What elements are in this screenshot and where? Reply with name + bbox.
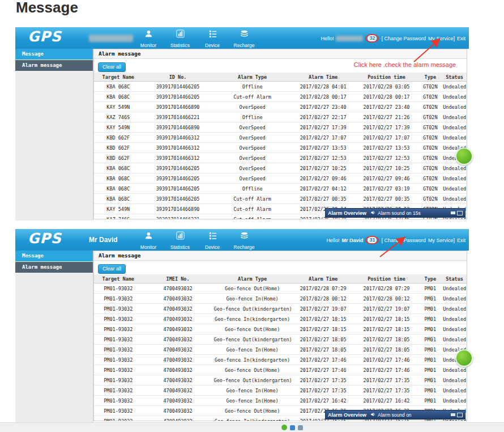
- plugin-icon[interactable]: [290, 425, 295, 430]
- my-service-link[interactable]: My Service]: [428, 238, 455, 243]
- alarm-cell: 4700493032: [143, 396, 213, 406]
- exit-link[interactable]: Exit: [457, 238, 465, 243]
- alarm-row[interactable]: PM01-930324700493032Geo-fence Out(kinder…: [94, 304, 467, 314]
- overview-collapse-icon[interactable]: [451, 211, 455, 214]
- alarm-cell: Cut-off Alarm: [213, 194, 292, 204]
- statistics-chart-icon: [164, 29, 197, 39]
- alarm-cell: 2017/02/27 18:15: [292, 324, 355, 334]
- alarm-cell: PM01-93032: [94, 416, 143, 422]
- alarm-row[interactable]: KAY 549N393917014466890OverSpeed2017/02/…: [94, 122, 467, 133]
- alarm-cell: 393917014466205: [143, 194, 213, 204]
- alarm-cell: 2017/02/27 16:42: [292, 396, 355, 406]
- alarm-row[interactable]: KBA 068C393917014466205Cut-off Alarm2017…: [94, 194, 467, 204]
- sidebar-item-message[interactable]: Message: [15, 49, 93, 60]
- alarm-cell: 2017/02/28 00:17: [355, 92, 418, 102]
- alarm-cell: PM01-93032: [94, 396, 143, 406]
- column-header: Alarm Time: [292, 274, 355, 283]
- alarm-row[interactable]: PM01-930324700493032Geo-fence Out(Home)2…: [94, 324, 467, 334]
- alarm-cell: GT02N: [418, 92, 442, 102]
- clear-all-button[interactable]: Clear all: [98, 62, 126, 72]
- device-list-icon: [196, 231, 229, 241]
- nav-recharge[interactable]: Recharge: [228, 29, 260, 49]
- alarm-cell: 2017/02/27 04:12: [292, 184, 355, 194]
- alarm-row[interactable]: KBA 068C393917014466205Cut-off Alarm2017…: [94, 92, 467, 102]
- alarm-cell: 2017/02/28 04:01: [292, 82, 355, 92]
- alarm-row[interactable]: KBA 068C393917014466205OverSpeed2017/02/…: [94, 163, 467, 173]
- sidebar-item-message[interactable]: Message: [15, 251, 93, 261]
- nav-statistics[interactable]: Statistics: [164, 231, 197, 251]
- recharge-coins-icon: [228, 231, 260, 241]
- alarm-row[interactable]: KBD 662F393917014466312OverSpeed2017/02/…: [94, 133, 467, 143]
- chat-icon[interactable]: [281, 425, 287, 430]
- hello-text: Hello!: [326, 238, 339, 243]
- alarm-row[interactable]: KBA 068C393917014466205Offline2017/02/27…: [94, 184, 467, 194]
- alarm-cell: OverSpeed: [213, 133, 292, 143]
- alarm-cell: 4700493032: [143, 365, 213, 375]
- alarm-cell: PM01: [418, 324, 442, 334]
- alarm-cell: 2017/02/27 16:42: [355, 396, 418, 406]
- alarm-overview-bar[interactable]: Alarm Overview Alarm sound on: [325, 410, 465, 420]
- alarm-cell: 2017/02/27 22:17: [292, 112, 355, 122]
- alarm-cell: PM01: [418, 355, 442, 365]
- nav-monitor[interactable]: Monitor: [132, 29, 165, 49]
- alarm-row[interactable]: KBA 068C393917014466205OverSpeed2017/02/…: [94, 173, 467, 184]
- alarm-cell: GT02N: [418, 153, 442, 163]
- alarm-cell: PM01: [418, 345, 442, 355]
- alarm-cell: GT02N: [418, 184, 442, 194]
- alarm-cell: Undealed: [442, 133, 467, 143]
- alarm-cell: PM01: [418, 365, 442, 375]
- alarm-cell: 2017/02/27 18:15: [355, 314, 418, 324]
- alarm-overview-bar[interactable]: Alarm Overview Alarm sound on 15s: [325, 208, 465, 218]
- service-float-button[interactable]: [455, 349, 473, 367]
- sidebar: Message Alarm message: [15, 251, 93, 422]
- alarm-cell: Offline: [213, 184, 292, 194]
- alarm-cell: PM01-93032: [94, 406, 143, 416]
- alarm-row[interactable]: KAY 549N393917014466890OverSpeed2017/02/…: [94, 102, 467, 112]
- clear-all-button[interactable]: Clear all: [98, 264, 126, 274]
- redacted-username: [89, 35, 133, 42]
- alarm-cell: 393917014466890: [143, 204, 213, 214]
- alarm-row[interactable]: PM01-930324700493032Geo-fence Out(Home)2…: [94, 365, 467, 375]
- header-username: Mr David: [89, 236, 118, 244]
- alarm-row[interactable]: PM01-930324700493032Geo-fence In(kinderg…: [94, 314, 467, 324]
- alarm-row[interactable]: PM01-930324700493032Geo-fence Out(Home)2…: [94, 283, 467, 294]
- alarm-row[interactable]: PM01-930324700493032Geo-fence In(Home)20…: [94, 396, 467, 406]
- alarm-count-badge[interactable]: 32: [368, 35, 377, 41]
- alarm-cell: 2017/02/27 13:53: [355, 143, 418, 153]
- column-header: Alarm Type: [213, 274, 292, 283]
- alarm-row[interactable]: PM01-930324700493032Geo-fence In(kinderg…: [94, 355, 467, 365]
- alarm-row[interactable]: KAZ 746S393917014466221Offline2017/02/27…: [94, 112, 467, 122]
- alarm-cell: 2017/02/28 07:29: [355, 283, 418, 294]
- alarm-row[interactable]: PM01-930324700493032Geo-fence In(Home)20…: [94, 386, 467, 396]
- alarm-row[interactable]: PM01-930324700493032Geo-fence Out(kinder…: [94, 334, 467, 345]
- nav-device[interactable]: Device: [196, 29, 229, 49]
- alarm-row[interactable]: KBD 662F393917014466312OverSpeed2017/02/…: [94, 153, 467, 163]
- alarm-cell: 2017/02/27 10:25: [292, 163, 355, 173]
- overview-popout-icon[interactable]: [457, 413, 463, 417]
- nav-recharge[interactable]: Recharge: [228, 231, 260, 251]
- statistics-chart-icon: [164, 231, 197, 241]
- sidebar-item-alarm-message[interactable]: Alarm message: [15, 60, 93, 71]
- alarm-row[interactable]: PM01-930324700493032Geo-fence In(Home)20…: [94, 294, 467, 304]
- service-float-button[interactable]: [455, 147, 473, 165]
- nav-monitor[interactable]: Monitor: [132, 231, 165, 251]
- alarm-cell: PM01: [418, 304, 442, 314]
- alarm-cell: 2017/02/27 23:40: [355, 102, 418, 112]
- exit-link[interactable]: Exit: [457, 36, 465, 41]
- overview-popout-icon[interactable]: [457, 211, 463, 215]
- nav-device[interactable]: Device: [196, 231, 229, 251]
- plugin-icon-2[interactable]: [298, 425, 303, 430]
- alarm-row[interactable]: KBA 068C393917014466205Offline2017/02/28…: [94, 82, 467, 92]
- overview-collapse-icon[interactable]: [451, 413, 455, 416]
- alarm-cell: Cut-off Alarm: [213, 204, 292, 214]
- alarm-cell: 2017/02/28 07:29: [292, 283, 355, 294]
- column-header: ID No.: [143, 73, 213, 82]
- alarm-cell: KAY 549N: [94, 204, 143, 214]
- alarm-cell: PM01-93032: [94, 375, 143, 386]
- alarm-cell: PM01: [418, 294, 442, 304]
- sidebar-item-alarm-message[interactable]: Alarm message: [15, 262, 93, 273]
- alarm-row[interactable]: PM01-930324700493032Geo-fence In(Home)20…: [94, 345, 467, 355]
- alarm-row[interactable]: KBD 662F393917014466312OverSpeed2017/02/…: [94, 143, 467, 153]
- alarm-row[interactable]: PM01-930324700493032Geo-fence Out(kinder…: [94, 375, 467, 386]
- nav-statistics[interactable]: Statistics: [164, 29, 197, 49]
